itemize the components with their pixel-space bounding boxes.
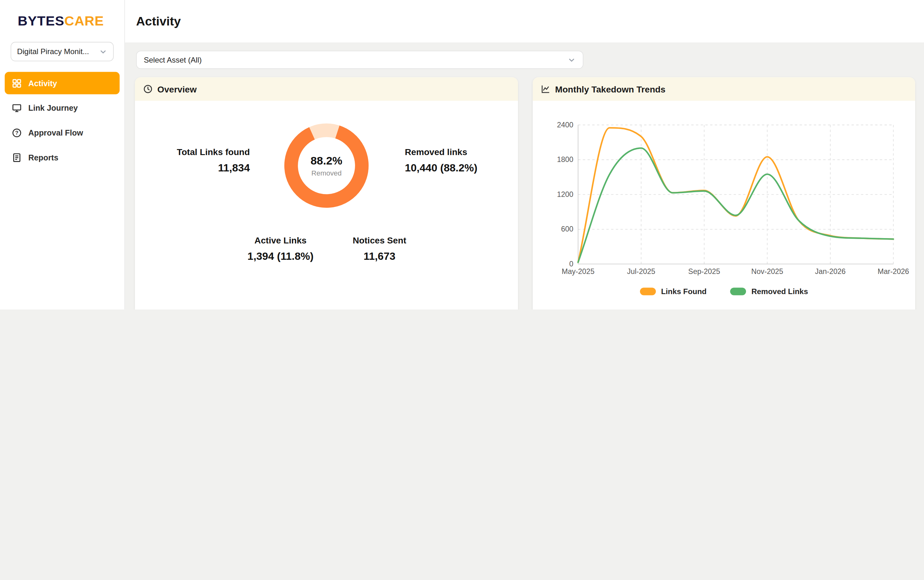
sidebar-item-label: Link Journey bbox=[28, 104, 78, 112]
clock-icon bbox=[143, 84, 153, 94]
trends-card: Monthly Takedown Trends 0600120018002400… bbox=[533, 77, 915, 310]
stat-label: Notices Sent bbox=[326, 235, 432, 246]
stat-value: 10,440 (88.2%) bbox=[405, 162, 517, 174]
document-icon bbox=[12, 152, 22, 162]
brand-logo: BYTESCARE bbox=[0, 0, 124, 29]
sidebar-item-label: Reports bbox=[28, 153, 59, 161]
brand-logo-part2: CARE bbox=[64, 13, 104, 28]
stat-total-links: Total Links found 11,834 bbox=[156, 147, 250, 175]
sidebar-item-label: Activity bbox=[28, 79, 57, 87]
overview-card: Overview 88.2% Removed Total Links found… bbox=[135, 77, 518, 310]
brand-logo-part1: BYTES bbox=[18, 13, 64, 28]
sidebar-nav: Activity Link Journey ? Approval Flow Re… bbox=[0, 72, 124, 171]
svg-text:0: 0 bbox=[569, 260, 573, 268]
stat-value: 1,394 (11.8%) bbox=[227, 250, 333, 263]
stat-removed-links: Removed links 10,440 (88.2%) bbox=[405, 147, 517, 175]
workspace-dropdown-value: Digital Piracy Monit... bbox=[17, 47, 89, 56]
svg-text:?: ? bbox=[15, 130, 18, 136]
chevron-down-icon bbox=[567, 56, 576, 64]
sidebar-item-label: Approval Flow bbox=[28, 129, 83, 137]
line-chart-icon bbox=[541, 84, 550, 94]
monthly-takedown-trends-chart: 0600120018002400May-2025Jul-2025Sep-2025… bbox=[533, 101, 915, 280]
svg-text:Sep-2025: Sep-2025 bbox=[688, 267, 720, 275]
asset-select-dropdown[interactable]: Select Asset (All) bbox=[136, 51, 583, 69]
svg-text:2400: 2400 bbox=[557, 121, 573, 129]
asset-select-value: Select Asset (All) bbox=[144, 55, 202, 64]
legend-label: Removed Links bbox=[751, 287, 808, 296]
stat-notices-sent: Notices Sent 11,673 bbox=[326, 235, 432, 263]
stat-label: Active Links bbox=[227, 235, 333, 246]
svg-text:Nov-2025: Nov-2025 bbox=[751, 267, 783, 275]
svg-text:Mar-2026: Mar-2026 bbox=[878, 267, 909, 275]
removed-links-donut-chart bbox=[282, 122, 371, 210]
legend-swatch bbox=[640, 287, 656, 295]
legend-item: Removed Links bbox=[730, 287, 808, 296]
grid-icon bbox=[12, 78, 22, 88]
top-bar: Activity bbox=[125, 0, 924, 43]
sidebar: BYTESCARE Digital Piracy Monit... Activi… bbox=[0, 0, 125, 310]
stat-value: 11,834 bbox=[156, 162, 250, 174]
workspace-dropdown[interactable]: Digital Piracy Monit... bbox=[11, 42, 114, 61]
stat-label: Total Links found bbox=[156, 147, 250, 157]
overview-card-title: Overview bbox=[157, 84, 196, 94]
svg-text:1800: 1800 bbox=[557, 155, 573, 163]
chevron-down-icon bbox=[99, 48, 107, 56]
legend-label: Links Found bbox=[661, 287, 707, 296]
stat-label: Removed links bbox=[405, 147, 517, 157]
svg-text:Jan-2026: Jan-2026 bbox=[815, 267, 846, 275]
svg-text:1200: 1200 bbox=[557, 190, 573, 198]
sidebar-item-approval-flow[interactable]: ? Approval Flow bbox=[5, 122, 120, 144]
sidebar-item-link-journey[interactable]: Link Journey bbox=[5, 97, 120, 119]
legend-item: Links Found bbox=[640, 287, 707, 296]
page-title: Activity bbox=[136, 0, 181, 43]
overview-card-header: Overview bbox=[135, 77, 518, 101]
legend-swatch bbox=[730, 287, 746, 295]
trends-card-title: Monthly Takedown Trends bbox=[555, 84, 665, 94]
svg-text:600: 600 bbox=[561, 225, 573, 233]
app-window: BYTESCARE Digital Piracy Monit... Activi… bbox=[0, 0, 924, 310]
sidebar-item-reports[interactable]: Reports bbox=[5, 146, 120, 168]
help-circle-icon: ? bbox=[12, 128, 22, 138]
svg-text:May-2025: May-2025 bbox=[562, 267, 595, 275]
monitor-icon bbox=[12, 103, 22, 113]
stat-active-links: Active Links 1,394 (11.8%) bbox=[227, 235, 333, 263]
svg-text:Jul-2025: Jul-2025 bbox=[627, 267, 656, 275]
stat-value: 11,673 bbox=[326, 250, 432, 263]
sidebar-item-activity[interactable]: Activity bbox=[5, 72, 120, 94]
trends-card-header: Monthly Takedown Trends bbox=[533, 77, 915, 101]
trends-legend: Links FoundRemoved Links bbox=[533, 287, 915, 296]
